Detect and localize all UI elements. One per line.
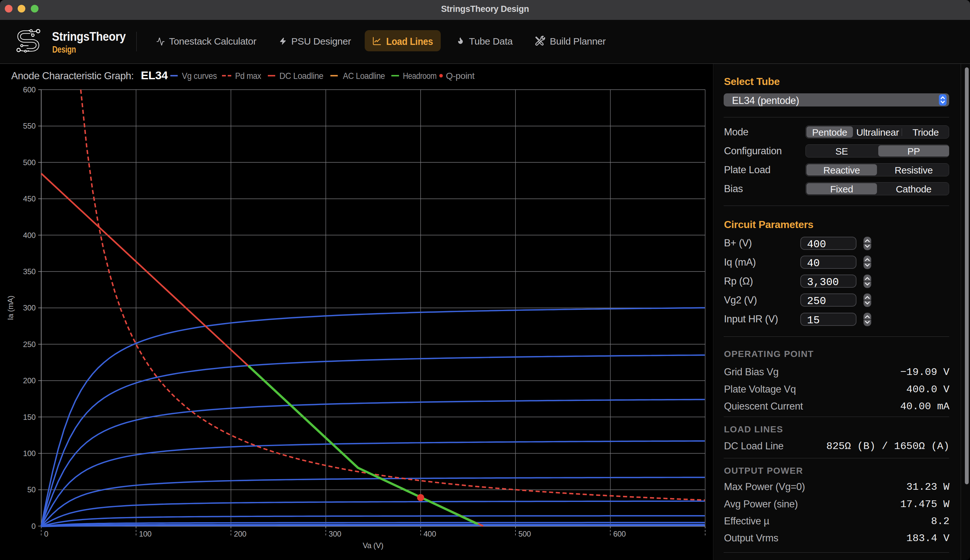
svg-text:550: 550 bbox=[23, 122, 36, 130]
svg-text:Q-point: Q-point bbox=[446, 71, 475, 81]
svg-text:Anode Characteristic Graph:: Anode Characteristic Graph: bbox=[11, 70, 134, 82]
svg-text:AC Loadline: AC Loadline bbox=[343, 71, 385, 81]
svg-text:300: 300 bbox=[23, 303, 36, 312]
svg-text:Ia (mA): Ia (mA) bbox=[6, 296, 15, 320]
svg-text:400: 400 bbox=[23, 231, 36, 240]
svg-text:450: 450 bbox=[23, 194, 36, 203]
svg-text:EL34: EL34 bbox=[141, 69, 168, 82]
svg-text:100: 100 bbox=[139, 530, 152, 538]
svg-text:0: 0 bbox=[32, 522, 36, 530]
svg-text:400: 400 bbox=[423, 530, 436, 538]
svg-text:Headroom: Headroom bbox=[403, 71, 437, 81]
svg-text:350: 350 bbox=[23, 267, 36, 276]
svg-text:500: 500 bbox=[23, 158, 36, 167]
svg-text:600: 600 bbox=[613, 530, 626, 538]
svg-text:200: 200 bbox=[234, 530, 247, 538]
svg-text:0: 0 bbox=[44, 530, 48, 538]
svg-text:DC Loadline: DC Loadline bbox=[279, 71, 323, 81]
svg-text:Pd max: Pd max bbox=[235, 71, 261, 81]
svg-text:600: 600 bbox=[23, 85, 36, 94]
svg-text:100: 100 bbox=[23, 449, 36, 458]
svg-text:500: 500 bbox=[518, 530, 531, 538]
svg-text:200: 200 bbox=[23, 376, 36, 385]
svg-text:Va (V): Va (V) bbox=[363, 541, 383, 550]
svg-text:250: 250 bbox=[23, 340, 36, 348]
svg-text:50: 50 bbox=[27, 485, 36, 494]
svg-text:150: 150 bbox=[23, 413, 36, 422]
svg-text:Vg curves: Vg curves bbox=[182, 71, 217, 81]
svg-text:300: 300 bbox=[329, 530, 341, 538]
